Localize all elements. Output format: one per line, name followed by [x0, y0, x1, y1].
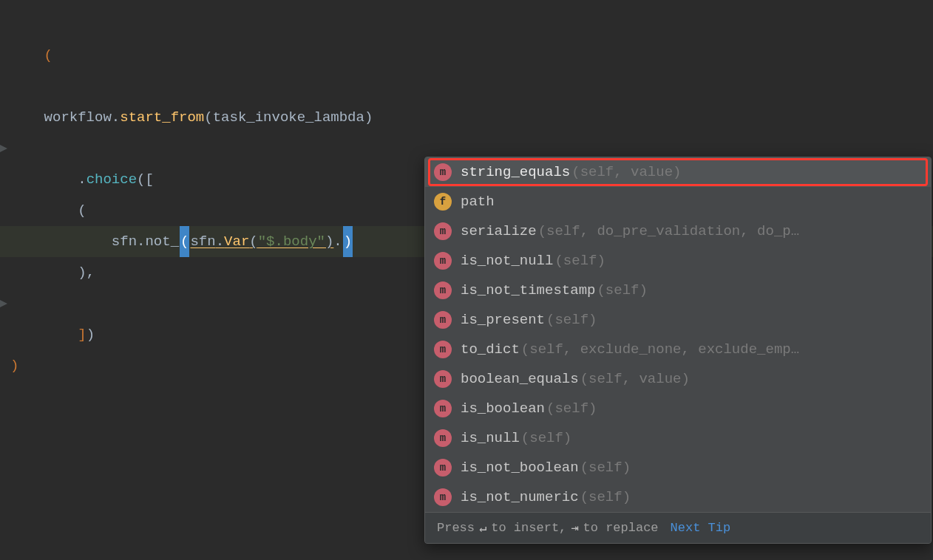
indent [10, 233, 112, 250]
bracket-close: ] [78, 327, 86, 343]
autocomplete-item-params: (self) [597, 282, 647, 298]
autocomplete-item-params: (self, exclude_none, exclude_emp… [521, 341, 799, 358]
identifier: sfn [190, 233, 215, 250]
paren-open: ( [249, 233, 257, 250]
autocomplete-item-params: (self, value) [580, 371, 690, 387]
method-icon: m [434, 459, 452, 477]
autocomplete-item-name: is_null [461, 430, 520, 446]
argument: task_invoke_lambda [213, 109, 364, 126]
autocomplete-item[interactable]: mis_not_boolean(self) [425, 453, 931, 482]
indent [44, 171, 78, 188]
autocomplete-popup[interactable]: mstring_equals(self, value)fpathmseriali… [424, 157, 932, 544]
autocomplete-item-name: to_dict [461, 341, 520, 358]
autocomplete-item-name: serialize [461, 223, 537, 239]
autocomplete-item-name: is_present [461, 312, 545, 328]
autocomplete-item-params: (self) [580, 460, 631, 476]
indent [10, 109, 44, 126]
paren-close: ) [10, 358, 18, 374]
autocomplete-item-params: (self) [554, 253, 605, 269]
method-icon: m [434, 163, 452, 181]
autocomplete-item-params: (self, do_pre_validation, do_p… [538, 223, 799, 239]
enter-key-icon: ↵ [479, 520, 486, 536]
autocomplete-item-params: (self) [546, 400, 597, 417]
autocomplete-item-params: (self) [546, 312, 597, 328]
dot: . [216, 233, 224, 250]
autocomplete-item-name: path [461, 194, 495, 210]
method-icon: m [434, 222, 452, 240]
paren-open: ( [137, 171, 145, 188]
dot: . [78, 171, 86, 188]
dot: . [112, 109, 120, 126]
hint-text: to replace [583, 521, 659, 535]
method-icon: m [434, 488, 452, 506]
autocomplete-item-params: (self) [580, 489, 631, 505]
paren-open: ( [204, 109, 212, 126]
autocomplete-item-name: is_not_null [461, 253, 553, 269]
paren-close: ) [78, 264, 86, 281]
autocomplete-item-name: is_not_boolean [461, 460, 579, 476]
autocomplete-item-name: string_equals [461, 164, 570, 180]
field-icon: f [434, 193, 452, 211]
dot: . [137, 233, 145, 250]
tab-key-icon: ⇥ [571, 520, 578, 536]
indent [10, 264, 78, 281]
autocomplete-item[interactable]: mis_present(self) [425, 305, 931, 335]
autocomplete-item-name: is_not_numeric [461, 489, 579, 505]
paren-close: ) [86, 327, 95, 343]
bracket-open: [ [145, 171, 153, 188]
method-icon: m [434, 370, 452, 388]
caret-selection-open: ( [180, 226, 189, 257]
next-tip-link[interactable]: Next Tip [671, 521, 731, 535]
autocomplete-item[interactable]: mis_not_null(self) [425, 246, 931, 276]
autocomplete-item[interactable]: fpath [425, 187, 931, 216]
comma: , [86, 264, 95, 281]
method-call: not_ [145, 233, 179, 250]
indent [10, 202, 78, 219]
method-call: choice [86, 171, 137, 188]
code-line[interactable]: workflow.start_from(task_invoke_lambda) [0, 102, 933, 133]
paren-open: ( [44, 47, 52, 64]
autocomplete-item-params: (self) [521, 430, 571, 446]
gutter-fold-icon[interactable] [0, 145, 7, 152]
hint-text: Press [437, 521, 475, 535]
paren-close: ) [325, 233, 333, 250]
method-icon: m [434, 281, 452, 299]
autocomplete-hint-bar: Press ↵ to insert, ⇥ to replace Next Tip [425, 512, 931, 543]
autocomplete-item[interactable]: mserialize(self, do_pre_validation, do_p… [425, 216, 931, 246]
autocomplete-item-name: boolean_equals [461, 371, 579, 387]
autocomplete-item[interactable]: mis_null(self) [425, 423, 931, 453]
autocomplete-item[interactable]: mis_boolean(self) [425, 394, 931, 423]
identifier: sfn [112, 233, 137, 250]
autocomplete-item[interactable]: mis_not_timestamp(self) [425, 276, 931, 305]
autocomplete-item[interactable]: mis_not_numeric(self) [425, 482, 931, 512]
paren-close: ) [364, 109, 373, 126]
autocomplete-item-params: (self, value) [571, 164, 681, 180]
autocomplete-item[interactable]: mstring_equals(self, value) [425, 157, 931, 187]
class-name: Var [224, 233, 249, 250]
method-icon: m [434, 400, 452, 417]
method-icon: m [434, 311, 452, 329]
hint-text: to insert, [491, 521, 566, 535]
paren-open: ( [78, 202, 86, 219]
autocomplete-item-name: is_boolean [461, 400, 545, 417]
method-icon: m [434, 341, 452, 358]
autocomplete-item[interactable]: mboolean_equals(self, value) [425, 364, 931, 394]
method-icon: m [434, 252, 452, 270]
code-line[interactable]: ( [0, 9, 933, 102]
gutter-fold-icon[interactable] [0, 300, 7, 307]
autocomplete-item-name: is_not_timestamp [461, 282, 595, 298]
autocomplete-list: mstring_equals(self, value)fpathmseriali… [425, 157, 931, 512]
caret-selection-close: ) [343, 226, 353, 257]
indent [44, 327, 78, 343]
string-literal: "$.body" [258, 233, 325, 250]
dot: . [333, 233, 342, 250]
method-icon: m [434, 429, 452, 447]
autocomplete-item[interactable]: mto_dict(self, exclude_none, exclude_emp… [425, 335, 931, 364]
method-call: start_from [120, 109, 204, 126]
identifier: workflow [44, 109, 112, 126]
